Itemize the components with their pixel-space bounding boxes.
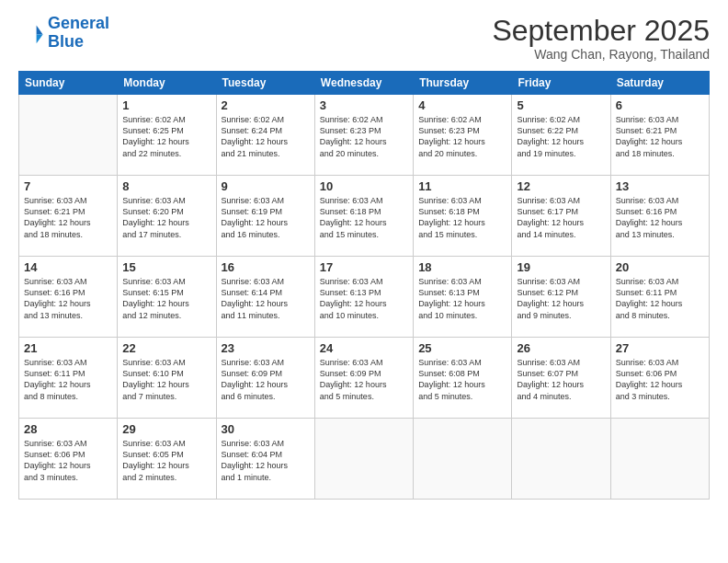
header-tuesday: Tuesday	[216, 72, 314, 95]
day-number: 17	[320, 260, 408, 274]
calendar-cell	[19, 95, 118, 176]
calendar-cell: 15Sunrise: 6:03 AMSunset: 6:15 PMDayligh…	[118, 257, 216, 338]
calendar-cell: 2Sunrise: 6:02 AMSunset: 6:24 PMDaylight…	[216, 95, 314, 176]
calendar-cell	[512, 419, 610, 500]
calendar-cell: 7Sunrise: 6:03 AMSunset: 6:21 PMDaylight…	[19, 176, 118, 257]
logo-text: General Blue	[48, 15, 109, 52]
calendar-week-3: 21Sunrise: 6:03 AMSunset: 6:11 PMDayligh…	[19, 338, 710, 419]
day-info: Sunrise: 6:02 AMSunset: 6:25 PMDaylight:…	[122, 114, 210, 159]
day-number: 22	[122, 341, 210, 355]
day-info: Sunrise: 6:03 AMSunset: 6:19 PMDaylight:…	[222, 195, 310, 240]
day-info: Sunrise: 6:03 AMSunset: 6:12 PMDaylight:…	[517, 276, 605, 321]
day-info: Sunrise: 6:03 AMSunset: 6:04 PMDaylight:…	[222, 438, 310, 483]
calendar-week-4: 28Sunrise: 6:03 AMSunset: 6:06 PMDayligh…	[19, 419, 710, 500]
day-number: 29	[122, 422, 210, 436]
day-info: Sunrise: 6:03 AMSunset: 6:18 PMDaylight:…	[320, 195, 408, 240]
calendar-cell: 24Sunrise: 6:03 AMSunset: 6:09 PMDayligh…	[314, 338, 413, 419]
month-title: September 2025	[492, 15, 710, 47]
calendar-cell: 28Sunrise: 6:03 AMSunset: 6:06 PMDayligh…	[19, 419, 118, 500]
header-sunday: Sunday	[19, 72, 118, 95]
calendar-cell: 12Sunrise: 6:03 AMSunset: 6:17 PMDayligh…	[512, 176, 610, 257]
calendar-cell: 17Sunrise: 6:03 AMSunset: 6:13 PMDayligh…	[314, 257, 413, 338]
day-info: Sunrise: 6:02 AMSunset: 6:22 PMDaylight:…	[517, 114, 605, 159]
subtitle: Wang Chan, Rayong, Thailand	[492, 47, 710, 62]
day-info: Sunrise: 6:03 AMSunset: 6:05 PMDaylight:…	[122, 438, 210, 483]
day-number: 30	[222, 422, 310, 436]
day-info: Sunrise: 6:03 AMSunset: 6:08 PMDaylight:…	[418, 357, 506, 402]
day-info: Sunrise: 6:03 AMSunset: 6:06 PMDaylight:…	[616, 357, 704, 402]
day-number: 10	[320, 179, 408, 193]
day-info: Sunrise: 6:03 AMSunset: 6:17 PMDaylight:…	[517, 195, 605, 240]
day-info: Sunrise: 6:03 AMSunset: 6:06 PMDaylight:…	[24, 438, 112, 483]
day-info: Sunrise: 6:03 AMSunset: 6:16 PMDaylight:…	[24, 276, 112, 321]
calendar-cell: 19Sunrise: 6:03 AMSunset: 6:12 PMDayligh…	[512, 257, 610, 338]
svg-marker-0	[37, 25, 43, 34]
calendar-cell	[314, 419, 413, 500]
day-number: 16	[222, 260, 310, 274]
day-number: 23	[222, 341, 310, 355]
calendar: Sunday Monday Tuesday Wednesday Thursday…	[18, 71, 710, 500]
day-number: 28	[24, 422, 112, 436]
day-number: 15	[122, 260, 210, 274]
day-info: Sunrise: 6:03 AMSunset: 6:10 PMDaylight:…	[122, 357, 210, 402]
day-number: 18	[418, 260, 506, 274]
calendar-cell: 26Sunrise: 6:03 AMSunset: 6:07 PMDayligh…	[512, 338, 610, 419]
day-info: Sunrise: 6:03 AMSunset: 6:20 PMDaylight:…	[122, 195, 210, 240]
logo: General Blue	[18, 15, 109, 52]
calendar-cell	[414, 419, 512, 500]
day-info: Sunrise: 6:03 AMSunset: 6:09 PMDaylight:…	[222, 357, 310, 402]
day-info: Sunrise: 6:03 AMSunset: 6:13 PMDaylight:…	[320, 276, 408, 321]
day-number: 3	[320, 98, 408, 112]
day-info: Sunrise: 6:03 AMSunset: 6:18 PMDaylight:…	[418, 195, 506, 240]
svg-marker-1	[37, 34, 43, 43]
calendar-cell: 23Sunrise: 6:03 AMSunset: 6:09 PMDayligh…	[216, 338, 314, 419]
calendar-cell: 5Sunrise: 6:02 AMSunset: 6:22 PMDaylight…	[512, 95, 610, 176]
calendar-cell: 13Sunrise: 6:03 AMSunset: 6:16 PMDayligh…	[610, 176, 709, 257]
calendar-cell: 14Sunrise: 6:03 AMSunset: 6:16 PMDayligh…	[19, 257, 118, 338]
calendar-week-0: 1Sunrise: 6:02 AMSunset: 6:25 PMDaylight…	[19, 95, 710, 176]
calendar-cell: 27Sunrise: 6:03 AMSunset: 6:06 PMDayligh…	[610, 338, 709, 419]
calendar-header-row: Sunday Monday Tuesday Wednesday Thursday…	[19, 72, 710, 95]
header-saturday: Saturday	[610, 72, 709, 95]
day-number: 25	[418, 341, 506, 355]
header-monday: Monday	[118, 72, 216, 95]
calendar-cell: 9Sunrise: 6:03 AMSunset: 6:19 PMDaylight…	[216, 176, 314, 257]
calendar-cell: 25Sunrise: 6:03 AMSunset: 6:08 PMDayligh…	[414, 338, 512, 419]
day-number: 5	[517, 98, 605, 112]
day-number: 21	[24, 341, 112, 355]
day-info: Sunrise: 6:03 AMSunset: 6:11 PMDaylight:…	[616, 276, 704, 321]
day-info: Sunrise: 6:02 AMSunset: 6:23 PMDaylight:…	[320, 114, 408, 159]
day-info: Sunrise: 6:03 AMSunset: 6:15 PMDaylight:…	[122, 276, 210, 321]
calendar-cell: 21Sunrise: 6:03 AMSunset: 6:11 PMDayligh…	[19, 338, 118, 419]
day-number: 2	[222, 98, 310, 112]
calendar-cell: 4Sunrise: 6:02 AMSunset: 6:23 PMDaylight…	[414, 95, 512, 176]
day-number: 9	[222, 179, 310, 193]
header-wednesday: Wednesday	[314, 72, 413, 95]
logo-icon	[18, 20, 44, 46]
day-info: Sunrise: 6:03 AMSunset: 6:21 PMDaylight:…	[616, 114, 704, 159]
day-info: Sunrise: 6:03 AMSunset: 6:09 PMDaylight:…	[320, 357, 408, 402]
day-info: Sunrise: 6:03 AMSunset: 6:07 PMDaylight:…	[517, 357, 605, 402]
day-info: Sunrise: 6:02 AMSunset: 6:24 PMDaylight:…	[222, 114, 310, 159]
title-block: September 2025 Wang Chan, Rayong, Thaila…	[492, 15, 710, 62]
day-info: Sunrise: 6:03 AMSunset: 6:11 PMDaylight:…	[24, 357, 112, 402]
day-number: 24	[320, 341, 408, 355]
day-number: 7	[24, 179, 112, 193]
day-number: 19	[517, 260, 605, 274]
day-number: 8	[122, 179, 210, 193]
calendar-cell	[610, 419, 709, 500]
calendar-cell: 16Sunrise: 6:03 AMSunset: 6:14 PMDayligh…	[216, 257, 314, 338]
day-number: 13	[616, 179, 704, 193]
day-number: 20	[616, 260, 704, 274]
calendar-cell: 18Sunrise: 6:03 AMSunset: 6:13 PMDayligh…	[414, 257, 512, 338]
calendar-cell: 10Sunrise: 6:03 AMSunset: 6:18 PMDayligh…	[314, 176, 413, 257]
day-info: Sunrise: 6:03 AMSunset: 6:13 PMDaylight:…	[418, 276, 506, 321]
day-info: Sunrise: 6:03 AMSunset: 6:21 PMDaylight:…	[24, 195, 112, 240]
day-number: 4	[418, 98, 506, 112]
page: General Blue September 2025 Wang Chan, R…	[0, 0, 728, 563]
day-number: 1	[122, 98, 210, 112]
day-number: 6	[616, 98, 704, 112]
day-number: 11	[418, 179, 506, 193]
day-number: 14	[24, 260, 112, 274]
calendar-cell: 3Sunrise: 6:02 AMSunset: 6:23 PMDaylight…	[314, 95, 413, 176]
